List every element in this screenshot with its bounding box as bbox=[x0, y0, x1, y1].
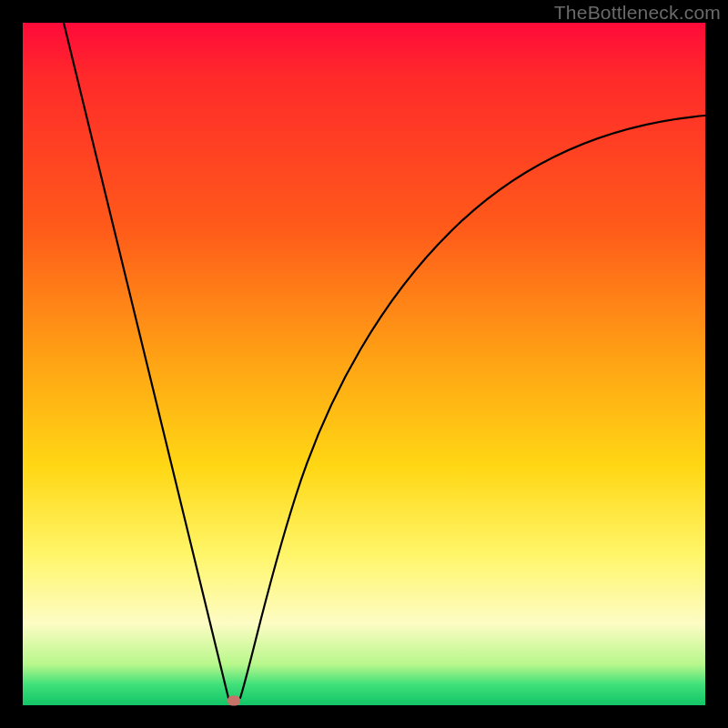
watermark-text: TheBottleneck.com bbox=[554, 2, 721, 24]
plot-area bbox=[23, 23, 705, 705]
trough-marker bbox=[228, 696, 240, 706]
chart-frame: TheBottleneck.com bbox=[0, 0, 728, 728]
curve-left-branch bbox=[64, 23, 228, 698]
curve-right-branch bbox=[240, 116, 705, 698]
bottleneck-curve bbox=[23, 23, 705, 705]
